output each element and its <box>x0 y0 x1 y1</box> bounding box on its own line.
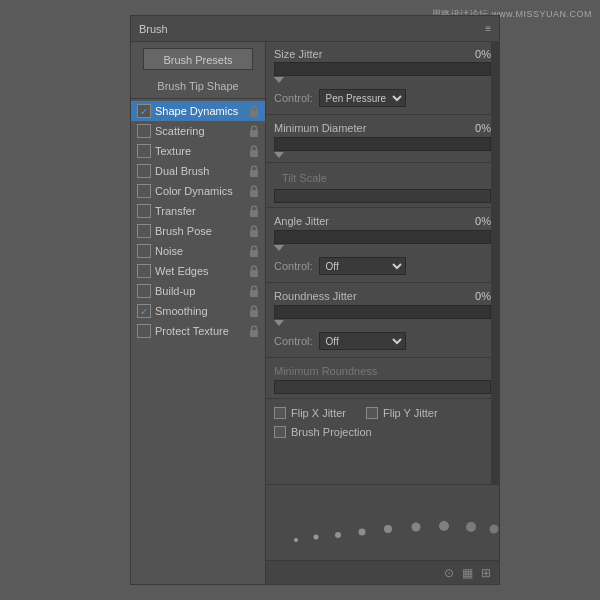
size-jitter-control-row: Control: Pen Pressure Off Fade Pen Tilt <box>266 86 499 110</box>
preview-icon-2[interactable]: ▦ <box>462 566 473 580</box>
menu-item-3[interactable]: Dual Brush <box>131 161 265 181</box>
menu-item-label-6: Brush Pose <box>155 225 247 237</box>
svg-point-15 <box>359 529 366 536</box>
flip-x-row: Flip X Jitter <box>274 407 346 419</box>
menu-item-7[interactable]: Noise <box>131 241 265 261</box>
svg-point-20 <box>490 525 499 534</box>
svg-rect-4 <box>250 190 258 197</box>
svg-rect-8 <box>250 270 258 277</box>
panel-title: Brush <box>139 23 168 35</box>
svg-point-12 <box>294 538 298 542</box>
pen-pressure-select[interactable]: Pen Pressure Off Fade Pen Tilt <box>319 89 406 107</box>
size-jitter-slider[interactable] <box>274 62 491 76</box>
svg-rect-5 <box>250 210 258 217</box>
brush-panel: Brush ≡ Brush Presets Brush Tip Shape Sh… <box>130 15 500 585</box>
menu-item-label-10: Smoothing <box>155 305 247 317</box>
svg-rect-3 <box>250 170 258 177</box>
menu-item-10[interactable]: Smoothing <box>131 301 265 321</box>
menu-items-list: Shape DynamicsScatteringTextureDual Brus… <box>131 101 265 341</box>
menu-item-label-4: Color Dynamics <box>155 185 247 197</box>
flip-y-row: Flip Y Jitter <box>366 407 438 419</box>
panel-body: Brush Presets Brush Tip Shape Shape Dyna… <box>131 42 499 584</box>
flip-y-label: Flip Y Jitter <box>383 407 438 419</box>
tilt-scale-row: Tilt Scale <box>266 167 499 189</box>
lock-icon-1 <box>249 125 261 137</box>
menu-item-check-10 <box>137 304 151 318</box>
menu-item-9[interactable]: Build-up <box>131 281 265 301</box>
svg-point-18 <box>439 521 449 531</box>
control-label-3: Control: <box>274 335 313 347</box>
min-diameter-row: Minimum Diameter 0% <box>266 119 499 137</box>
flip-x-label: Flip X Jitter <box>291 407 346 419</box>
menu-item-check-4 <box>137 184 151 198</box>
lock-icon-0 <box>249 105 261 117</box>
menu-item-check-9 <box>137 284 151 298</box>
angle-jitter-arrow <box>274 245 284 251</box>
size-jitter-row: Size Jitter 0% <box>266 42 499 62</box>
menu-item-check-0 <box>137 104 151 118</box>
menu-item-4[interactable]: Color Dynamics <box>131 181 265 201</box>
min-roundness-bar[interactable] <box>274 380 491 394</box>
menu-item-check-6 <box>137 224 151 238</box>
control-label-2: Control: <box>274 260 313 272</box>
roundness-jitter-value: 0% <box>456 290 491 302</box>
lock-icon-8 <box>249 265 261 277</box>
roundness-jitter-arrow <box>274 320 284 326</box>
brush-projection-row: Brush Projection <box>266 423 499 441</box>
tilt-scale-bar[interactable] <box>274 189 491 203</box>
roundness-control-select[interactable]: Off Fade Pen Pressure Pen Tilt <box>319 332 406 350</box>
menu-item-5[interactable]: Transfer <box>131 201 265 221</box>
lock-icon-11 <box>249 325 261 337</box>
lock-icon-7 <box>249 245 261 257</box>
menu-item-label-3: Dual Brush <box>155 165 247 177</box>
menu-item-1[interactable]: Scattering <box>131 121 265 141</box>
menu-item-check-1 <box>137 124 151 138</box>
svg-point-19 <box>466 522 476 532</box>
angle-jitter-slider[interactable] <box>274 230 491 244</box>
control-label-1: Control: <box>274 92 313 104</box>
roundness-jitter-slider[interactable] <box>274 305 491 319</box>
lock-icon-10 <box>249 305 261 317</box>
brush-presets-button[interactable]: Brush Presets <box>143 48 253 70</box>
menu-item-check-7 <box>137 244 151 258</box>
menu-item-0[interactable]: Shape Dynamics <box>131 101 265 121</box>
lock-icon-9 <box>249 285 261 297</box>
roundness-jitter-row: Roundness Jitter 0% <box>266 287 499 305</box>
brush-projection-checkbox[interactable] <box>274 426 286 438</box>
svg-rect-9 <box>250 290 258 297</box>
angle-jitter-row: Angle Jitter 0% <box>266 212 499 230</box>
min-diameter-label: Minimum Diameter <box>274 122 456 134</box>
lock-icon-6 <box>249 225 261 237</box>
svg-rect-10 <box>250 310 258 317</box>
preview-icon-3[interactable]: ⊞ <box>481 566 491 580</box>
menu-item-label-1: Scattering <box>155 125 247 137</box>
min-roundness-row: Minimum Roundness <box>266 362 499 380</box>
flip-x-checkbox[interactable] <box>274 407 286 419</box>
menu-item-label-5: Transfer <box>155 205 247 217</box>
svg-point-16 <box>384 525 392 533</box>
svg-point-14 <box>335 532 341 538</box>
lock-icon-2 <box>249 145 261 157</box>
panel-menu-icon[interactable]: ≡ <box>485 23 491 34</box>
menu-item-label-11: Protect Texture <box>155 325 247 337</box>
right-scrollbar[interactable] <box>491 42 499 484</box>
menu-item-11[interactable]: Protect Texture <box>131 321 265 341</box>
flip-y-checkbox[interactable] <box>366 407 378 419</box>
lock-icon-3 <box>249 165 261 177</box>
menu-item-label-9: Build-up <box>155 285 247 297</box>
menu-item-check-2 <box>137 144 151 158</box>
preview-icon-1[interactable]: ⊙ <box>444 566 454 580</box>
min-diameter-arrow <box>274 152 284 158</box>
angle-control-select[interactable]: Off Fade Pen Pressure Pen Tilt <box>319 257 406 275</box>
min-diameter-slider[interactable] <box>274 137 491 151</box>
menu-item-label-2: Texture <box>155 145 247 157</box>
menu-item-6[interactable]: Brush Pose <box>131 221 265 241</box>
menu-item-2[interactable]: Texture <box>131 141 265 161</box>
svg-rect-0 <box>250 110 258 117</box>
angle-jitter-value: 0% <box>456 215 491 227</box>
lock-icon-5 <box>249 205 261 217</box>
tilt-scale-label: Tilt Scale <box>274 170 335 186</box>
brush-preview-svg <box>266 485 499 560</box>
brush-projection-label: Brush Projection <box>291 426 372 438</box>
menu-item-8[interactable]: Wet Edges <box>131 261 265 281</box>
